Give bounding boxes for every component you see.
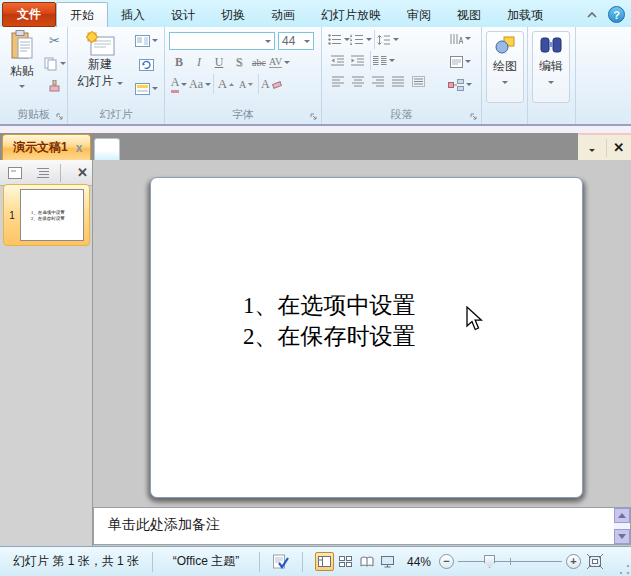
- grow-font-button[interactable]: A: [216, 75, 236, 94]
- text-direction-button[interactable]: [443, 29, 477, 48]
- slide-thumbnail-1[interactable]: 1 1、在选项中设置 2、在保存时设置: [3, 184, 90, 246]
- bold-button[interactable]: B: [169, 53, 189, 72]
- clipboard-dialog-launcher[interactable]: [56, 113, 64, 121]
- align-text-dropdown-arrow[interactable]: [465, 60, 471, 63]
- new-slide-button[interactable]: 新建 幻灯片: [74, 30, 126, 106]
- columns-dropdown-arrow[interactable]: [389, 59, 395, 62]
- font-size-combo[interactable]: 44: [278, 32, 314, 50]
- section-dropdown-arrow[interactable]: [152, 87, 158, 90]
- theme-status[interactable]: “Office 主题”: [153, 547, 259, 576]
- scroll-down-button[interactable]: [614, 529, 630, 544]
- section-button[interactable]: [130, 79, 163, 98]
- line-spacing-dropdown-arrow[interactable]: [393, 38, 399, 41]
- slideshow-view-button[interactable]: [378, 552, 397, 571]
- font-name-dropdown-arrow[interactable]: [265, 40, 271, 43]
- tab-view[interactable]: 视图: [444, 4, 494, 27]
- cut-button[interactable]: ✂: [42, 31, 67, 50]
- change-case-dropdown-arrow[interactable]: [205, 83, 211, 86]
- minimize-ribbon-button[interactable]: [584, 8, 600, 22]
- tab-list-dropdown-button[interactable]: [585, 137, 599, 159]
- slide-number-status[interactable]: 幻灯片 第 1 张，共 1 张: [0, 547, 152, 576]
- tab-file[interactable]: 文件: [2, 2, 56, 27]
- reading-view-button[interactable]: [357, 552, 376, 571]
- reset-slide-button[interactable]: [130, 55, 163, 74]
- normal-view-button[interactable]: [315, 552, 334, 571]
- window-resize-grip[interactable]: [618, 563, 631, 576]
- drawing-button[interactable]: 绘图: [486, 31, 524, 103]
- strikethrough-button[interactable]: abc: [249, 53, 269, 72]
- tab-slideshow[interactable]: 幻灯片放映: [308, 4, 394, 27]
- new-document-tab-button[interactable]: [94, 138, 120, 160]
- increase-indent-button[interactable]: [348, 51, 368, 70]
- new-slide-dropdown-arrow[interactable]: [117, 82, 123, 85]
- copy-button[interactable]: [42, 54, 67, 73]
- tab-addins[interactable]: 加载项: [494, 4, 556, 27]
- tab-transitions[interactable]: 切换: [208, 4, 258, 27]
- slides-panel-close-button[interactable]: ✕: [77, 165, 88, 180]
- underline-button[interactable]: U: [209, 53, 229, 72]
- zoom-slider-thumb[interactable]: [484, 555, 495, 568]
- editing-button[interactable]: 编辑: [532, 31, 570, 103]
- shrink-font-button[interactable]: A: [236, 75, 256, 94]
- slide-sorter-view-button[interactable]: [336, 552, 355, 571]
- zoom-level-text[interactable]: 44%: [407, 555, 431, 569]
- tab-review[interactable]: 审阅: [394, 4, 444, 27]
- numbering-dropdown-arrow[interactable]: [366, 38, 372, 41]
- italic-button[interactable]: I: [189, 53, 209, 72]
- spellcheck-status-button[interactable]: [260, 547, 302, 576]
- columns-button[interactable]: [373, 51, 395, 70]
- char-spacing-button[interactable]: AV: [269, 53, 290, 72]
- fit-slide-to-window-button[interactable]: [587, 554, 603, 569]
- slides-panel-header: ✕: [0, 160, 92, 186]
- slide-text-box[interactable]: 1、在选项中设置 2、在保存时设置: [243, 290, 416, 352]
- align-center-button[interactable]: [348, 72, 368, 91]
- align-right-button[interactable]: [368, 72, 388, 91]
- slide-layout-button[interactable]: [130, 31, 163, 50]
- tab-bar-close-button[interactable]: ✕: [613, 140, 624, 155]
- paragraph-dialog-launcher[interactable]: [470, 113, 478, 121]
- convert-smartart-button[interactable]: [443, 75, 477, 94]
- align-text-button[interactable]: [443, 52, 477, 71]
- font-dialog-launcher[interactable]: [310, 113, 318, 121]
- text-direction-dropdown-arrow[interactable]: [465, 37, 471, 40]
- ribbon-bottom-edge: [0, 124, 631, 133]
- line-spacing-button[interactable]: [377, 30, 399, 49]
- numbering-button[interactable]: [350, 30, 372, 49]
- zoom-in-button[interactable]: +: [566, 554, 581, 569]
- drawing-dropdown-arrow[interactable]: [502, 81, 508, 84]
- bullets-button[interactable]: [328, 30, 350, 49]
- tab-animations[interactable]: 动画: [258, 4, 308, 27]
- zoom-out-button[interactable]: −: [439, 554, 454, 569]
- font-size-dropdown-arrow[interactable]: [304, 40, 310, 43]
- notes-pane[interactable]: 单击此处添加备注: [93, 507, 614, 545]
- copy-dropdown-arrow[interactable]: [60, 62, 66, 65]
- clear-formatting-button[interactable]: A: [261, 75, 282, 94]
- paste-button[interactable]: 粘贴: [2, 30, 42, 104]
- char-spacing-dropdown-arrow[interactable]: [284, 61, 290, 64]
- distribute-button[interactable]: [408, 72, 428, 91]
- change-case-button[interactable]: Aa: [189, 75, 211, 94]
- scroll-up-button[interactable]: [614, 508, 630, 523]
- zoom-slider[interactable]: [458, 554, 562, 569]
- align-left-button[interactable]: [328, 72, 348, 91]
- decrease-indent-button[interactable]: [328, 51, 348, 70]
- format-painter-button[interactable]: [42, 77, 67, 96]
- smartart-dropdown-arrow[interactable]: [466, 83, 472, 86]
- outline-tab-button[interactable]: [32, 163, 54, 183]
- layout-dropdown-arrow[interactable]: [152, 39, 158, 42]
- tab-design[interactable]: 设计: [158, 4, 208, 27]
- slides-tab-button[interactable]: [4, 163, 26, 183]
- justify-button[interactable]: [388, 72, 408, 91]
- notes-scrollbar[interactable]: [614, 507, 631, 545]
- font-name-combo[interactable]: [169, 32, 275, 50]
- tab-home[interactable]: 开始: [56, 2, 108, 27]
- help-button[interactable]: ?: [608, 6, 625, 23]
- editing-dropdown-arrow[interactable]: [548, 81, 554, 84]
- paste-dropdown-arrow[interactable]: [19, 85, 25, 88]
- font-color-dropdown-arrow[interactable]: [181, 83, 187, 86]
- document-tab-active[interactable]: 演示文稿1 x: [2, 134, 91, 160]
- tab-insert[interactable]: 插入: [108, 4, 158, 27]
- font-color-button[interactable]: A: [169, 75, 189, 94]
- text-shadow-button[interactable]: S: [229, 53, 249, 72]
- document-tab-close-icon[interactable]: x: [76, 141, 83, 155]
